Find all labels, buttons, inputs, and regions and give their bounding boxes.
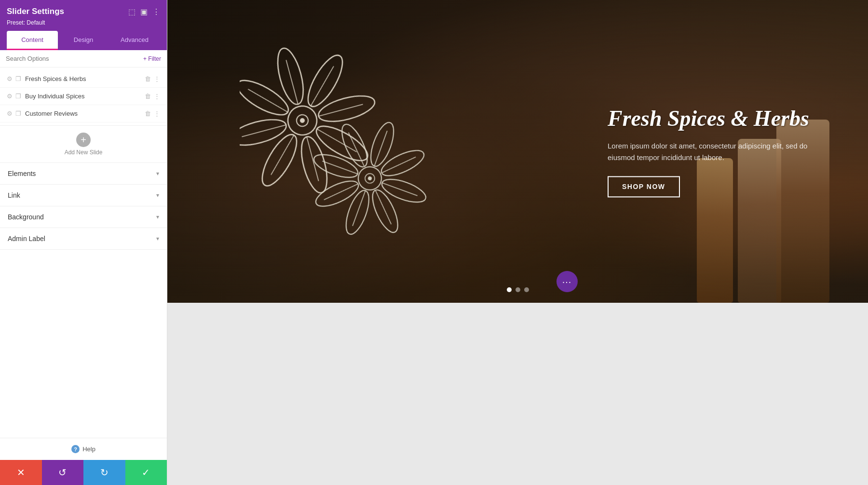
slide-label-1: Fresh Spices & Herbs [25,75,141,82]
background-label: Background [8,213,44,221]
chevron-link: ▾ [156,192,159,199]
preset-row: Preset: Default [7,19,160,26]
sidebar: Slider Settings ⬚ ▣ ⋮ Preset: Default Co… [0,0,167,485]
add-slide-label: Add New Slide [65,149,103,156]
admin-label-label: Admin Label [8,235,45,242]
svg-line-15 [248,89,287,112]
sidebar-title: Slider Settings [7,7,64,16]
dot-3[interactable] [524,287,529,292]
delete-icon-1[interactable]: 🗑 [145,75,151,82]
settings-icon-3[interactable]: ⚙ [7,110,13,117]
tab-design[interactable]: Design [58,31,109,50]
chevron-admin: ▾ [156,235,159,242]
slider-heading: Fresh Spices & Herbs [608,105,810,132]
chevron-background: ▾ [156,214,159,220]
delete-icon-2[interactable]: 🗑 [145,93,151,100]
slide-label-2: Buy Individual Spices [25,93,141,100]
accordion-background: Background ▾ [0,206,167,228]
camera-icon[interactable]: ⬚ [128,7,136,16]
dot-2[interactable] [515,287,520,292]
accordion-sections: Elements ▾ Link ▾ Background ▾ Admin Lab… [0,163,167,438]
cancel-button[interactable]: ✕ [0,460,42,485]
dot-1[interactable] [507,287,512,292]
svg-point-37 [367,176,372,181]
settings-icon-1[interactable]: ⚙ [7,75,13,82]
svg-line-34 [349,133,365,166]
duplicate-icon-2[interactable]: ❐ [15,93,21,100]
more-icon-3[interactable]: ⋮ [154,110,160,117]
slide-label-3: Customer Reviews [25,110,141,117]
svg-line-11 [317,129,356,152]
slider-dots [507,287,529,292]
chevron-elements: ▾ [156,170,159,177]
add-icon: + [76,133,91,147]
svg-line-30 [376,190,392,224]
link-label: Link [8,191,20,199]
help-label: Help [82,445,95,453]
filter-button[interactable]: + Filter [143,55,161,62]
svg-line-13 [271,135,294,175]
svg-line-9 [311,66,334,106]
more-icon-2[interactable]: ⋮ [154,93,160,100]
sidebar-header: Slider Settings ⬚ ▣ ⋮ Preset: Default Co… [0,0,167,50]
delete-icon-3[interactable]: 🗑 [145,110,151,117]
slide-item-3[interactable]: ⚙ ❐ Customer Reviews 🗑 ⋮ [0,105,167,122]
svg-point-7 [240,74,293,121]
undo-button[interactable]: ↺ [42,460,84,485]
duplicate-icon-1[interactable]: ❐ [15,75,21,82]
redo-button[interactable]: ↻ [83,460,125,485]
slides-list: ⚙ ❐ Fresh Spices & Herbs 🗑 ⋮ ⚙ ❐ Buy Ind… [0,67,167,126]
layout-icon[interactable]: ▣ [140,7,148,16]
accordion-background-header[interactable]: Background ▾ [0,206,167,228]
preview-canvas [167,303,868,485]
elements-label: Elements [8,170,36,177]
help-row[interactable]: ? Help [0,438,167,460]
accordion-elements: Elements ▾ [0,163,167,185]
slider-preview: Fresh Spices & Herbs Lorem ipsum dolor s… [167,0,868,303]
search-row: + Filter [0,50,167,67]
star-anise-illustration [240,24,442,275]
help-icon: ? [71,445,80,453]
svg-line-32 [324,184,358,200]
slider-content: Fresh Spices & Herbs Lorem ipsum dolor s… [608,105,810,197]
accordion-elements-header[interactable]: Elements ▾ [0,163,167,184]
svg-point-6 [240,115,289,150]
slide-item-1[interactable]: ⚙ ❐ Fresh Spices & Herbs 🗑 ⋮ [0,70,167,88]
search-input[interactable] [6,55,139,62]
slide-item-2[interactable]: ⚙ ❐ Buy Individual Spices 🗑 ⋮ [0,88,167,105]
duplicate-icon-3[interactable]: ❐ [15,110,21,117]
tabs-row: Content Design Advanced [7,31,160,50]
floating-action-button[interactable]: ··· [556,271,578,292]
main-preview: Fresh Spices & Herbs Lorem ipsum dolor s… [167,0,868,485]
tab-advanced[interactable]: Advanced [109,31,160,50]
settings-icon-2[interactable]: ⚙ [7,93,13,100]
more-icon[interactable]: ⋮ [152,7,160,16]
more-icon-1[interactable]: ⋮ [154,75,160,82]
shop-now-button[interactable]: SHOP NOW [608,176,680,198]
header-icon-group: ⬚ ▣ ⋮ [128,7,160,16]
accordion-link: Link ▾ [0,185,167,206]
accordion-admin-label-header[interactable]: Admin Label ▾ [0,228,167,249]
slider-description: Lorem ipsum dolor sit amet, consectetur … [608,141,810,164]
add-slide-button[interactable]: + Add New Slide [0,126,167,163]
accordion-link-header[interactable]: Link ▾ [0,185,167,206]
save-button[interactable]: ✓ [125,460,167,485]
svg-line-28 [382,157,416,173]
bottom-toolbar: ✕ ↺ ↻ ✓ [0,460,167,485]
accordion-admin-label: Admin Label ▾ [0,228,167,250]
tab-content[interactable]: Content [7,31,58,50]
svg-point-18 [299,118,305,123]
